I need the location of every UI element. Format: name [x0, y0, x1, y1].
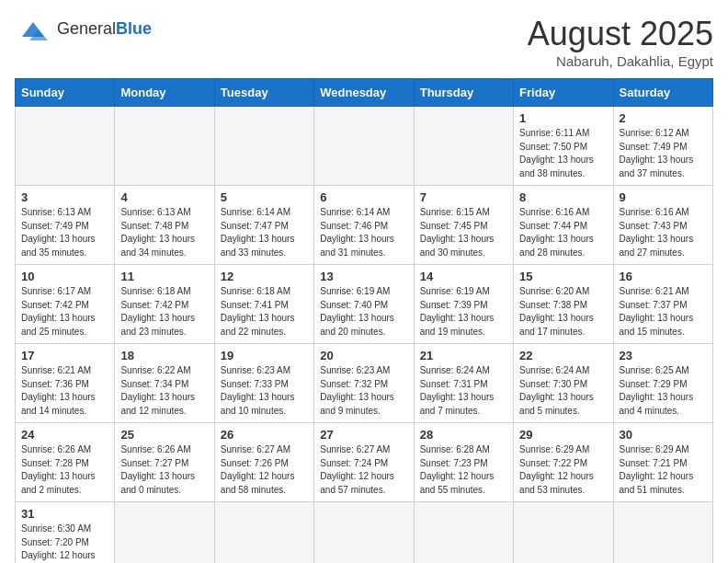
- day-cell: 14Sunrise: 6:19 AM Sunset: 7:39 PM Dayli…: [414, 265, 513, 344]
- week-row-5: 31Sunrise: 6:30 AM Sunset: 7:20 PM Dayli…: [16, 502, 713, 564]
- logo: GeneralBlue: [15, 15, 152, 44]
- day-cell: 1Sunrise: 6:11 AM Sunset: 7:50 PM Daylig…: [514, 107, 613, 186]
- day-number: 28: [420, 428, 507, 442]
- day-number: 7: [420, 190, 507, 204]
- weekday-header-friday: Friday: [514, 79, 613, 107]
- day-cell: [514, 502, 613, 564]
- day-info: Sunrise: 6:16 AM Sunset: 7:43 PM Dayligh…: [620, 206, 707, 259]
- day-info: Sunrise: 6:22 AM Sunset: 7:34 PM Dayligh…: [120, 364, 208, 418]
- day-cell: 18Sunrise: 6:22 AM Sunset: 7:34 PM Dayli…: [115, 344, 214, 423]
- week-row-4: 24Sunrise: 6:26 AM Sunset: 7:28 PM Dayli…: [16, 423, 713, 502]
- weekday-header-saturday: Saturday: [613, 79, 712, 107]
- day-cell: [314, 502, 414, 564]
- day-cell: 2Sunrise: 6:12 AM Sunset: 7:49 PM Daylig…: [613, 107, 712, 186]
- day-info: Sunrise: 6:12 AM Sunset: 7:49 PM Dayligh…: [620, 127, 707, 180]
- weekday-header-thursday: Thursday: [414, 79, 513, 107]
- day-cell: 5Sunrise: 6:14 AM Sunset: 7:47 PM Daylig…: [214, 186, 313, 265]
- day-cell: 24Sunrise: 6:26 AM Sunset: 7:28 PM Dayli…: [16, 423, 115, 502]
- month-title: August 2025: [528, 15, 713, 53]
- day-info: Sunrise: 6:21 AM Sunset: 7:36 PM Dayligh…: [21, 364, 108, 418]
- day-number: 14: [420, 270, 507, 283]
- logo-icon: [15, 15, 51, 44]
- day-info: Sunrise: 6:21 AM Sunset: 7:37 PM Dayligh…: [620, 285, 707, 339]
- day-info: Sunrise: 6:26 AM Sunset: 7:27 PM Dayligh…: [120, 443, 208, 497]
- day-number: 18: [120, 349, 208, 362]
- day-info: Sunrise: 6:24 AM Sunset: 7:31 PM Dayligh…: [420, 364, 507, 418]
- day-info: Sunrise: 6:13 AM Sunset: 7:49 PM Dayligh…: [21, 206, 108, 259]
- day-cell: 31Sunrise: 6:30 AM Sunset: 7:20 PM Dayli…: [16, 502, 115, 564]
- day-number: 16: [620, 270, 707, 283]
- day-cell: 28Sunrise: 6:28 AM Sunset: 7:23 PM Dayli…: [414, 423, 513, 502]
- day-number: 2: [620, 111, 707, 125]
- day-number: 21: [420, 349, 507, 362]
- day-info: Sunrise: 6:25 AM Sunset: 7:29 PM Dayligh…: [620, 364, 707, 418]
- day-number: 8: [519, 190, 607, 204]
- day-cell: 22Sunrise: 6:24 AM Sunset: 7:30 PM Dayli…: [514, 344, 613, 423]
- day-cell: 12Sunrise: 6:18 AM Sunset: 7:41 PM Dayli…: [214, 265, 313, 344]
- day-info: Sunrise: 6:14 AM Sunset: 7:46 PM Dayligh…: [320, 206, 407, 259]
- day-cell: 8Sunrise: 6:16 AM Sunset: 7:44 PM Daylig…: [514, 186, 613, 265]
- day-number: 27: [320, 428, 407, 442]
- day-number: 9: [620, 190, 707, 204]
- day-number: 3: [21, 190, 108, 204]
- day-info: Sunrise: 6:19 AM Sunset: 7:40 PM Dayligh…: [320, 285, 407, 339]
- day-number: 5: [221, 190, 308, 204]
- weekday-header-tuesday: Tuesday: [214, 79, 313, 107]
- day-info: Sunrise: 6:11 AM Sunset: 7:50 PM Dayligh…: [519, 127, 607, 180]
- week-row-3: 17Sunrise: 6:21 AM Sunset: 7:36 PM Dayli…: [16, 344, 713, 423]
- day-number: 19: [221, 349, 308, 362]
- day-number: 13: [320, 270, 407, 283]
- day-number: 23: [620, 349, 707, 362]
- day-cell: 21Sunrise: 6:24 AM Sunset: 7:31 PM Dayli…: [414, 344, 513, 423]
- day-cell: 17Sunrise: 6:21 AM Sunset: 7:36 PM Dayli…: [16, 344, 115, 423]
- day-number: 29: [519, 428, 607, 442]
- day-info: Sunrise: 6:17 AM Sunset: 7:42 PM Dayligh…: [21, 285, 108, 339]
- day-cell: [314, 107, 414, 186]
- day-number: 10: [21, 270, 108, 283]
- day-cell: 27Sunrise: 6:27 AM Sunset: 7:24 PM Dayli…: [314, 423, 414, 502]
- day-cell: 23Sunrise: 6:25 AM Sunset: 7:29 PM Dayli…: [613, 344, 712, 423]
- day-cell: 6Sunrise: 6:14 AM Sunset: 7:46 PM Daylig…: [314, 186, 414, 265]
- day-cell: 16Sunrise: 6:21 AM Sunset: 7:37 PM Dayli…: [613, 265, 712, 344]
- day-cell: 7Sunrise: 6:15 AM Sunset: 7:45 PM Daylig…: [414, 186, 513, 265]
- day-cell: [214, 502, 313, 564]
- day-cell: [414, 502, 513, 564]
- day-info: Sunrise: 6:20 AM Sunset: 7:38 PM Dayligh…: [519, 285, 607, 339]
- weekday-header-wednesday: Wednesday: [314, 79, 414, 107]
- day-info: Sunrise: 6:23 AM Sunset: 7:33 PM Dayligh…: [221, 364, 308, 418]
- day-cell: 11Sunrise: 6:18 AM Sunset: 7:42 PM Dayli…: [115, 265, 214, 344]
- day-number: 22: [519, 349, 607, 362]
- weekday-header-monday: Monday: [115, 79, 214, 107]
- week-row-2: 10Sunrise: 6:17 AM Sunset: 7:42 PM Dayli…: [16, 265, 713, 344]
- day-info: Sunrise: 6:23 AM Sunset: 7:32 PM Dayligh…: [320, 364, 407, 418]
- day-cell: 19Sunrise: 6:23 AM Sunset: 7:33 PM Dayli…: [214, 344, 313, 423]
- day-info: Sunrise: 6:16 AM Sunset: 7:44 PM Dayligh…: [519, 206, 607, 259]
- day-info: Sunrise: 6:24 AM Sunset: 7:30 PM Dayligh…: [519, 364, 607, 418]
- day-info: Sunrise: 6:28 AM Sunset: 7:23 PM Dayligh…: [420, 443, 507, 497]
- day-cell: 20Sunrise: 6:23 AM Sunset: 7:32 PM Dayli…: [314, 344, 414, 423]
- day-number: 31: [21, 507, 108, 521]
- day-number: 6: [320, 190, 407, 204]
- day-cell: 29Sunrise: 6:29 AM Sunset: 7:22 PM Dayli…: [514, 423, 613, 502]
- day-number: 25: [120, 428, 208, 442]
- day-cell: 13Sunrise: 6:19 AM Sunset: 7:40 PM Dayli…: [314, 265, 414, 344]
- day-info: Sunrise: 6:30 AM Sunset: 7:20 PM Dayligh…: [21, 523, 108, 563]
- day-cell: 15Sunrise: 6:20 AM Sunset: 7:38 PM Dayli…: [514, 265, 613, 344]
- day-cell: 10Sunrise: 6:17 AM Sunset: 7:42 PM Dayli…: [16, 265, 115, 344]
- day-cell: [214, 107, 313, 186]
- day-info: Sunrise: 6:14 AM Sunset: 7:47 PM Dayligh…: [221, 206, 308, 259]
- day-number: 30: [620, 428, 707, 442]
- day-number: 12: [221, 270, 308, 283]
- day-number: 24: [21, 428, 108, 442]
- day-info: Sunrise: 6:27 AM Sunset: 7:26 PM Dayligh…: [221, 443, 308, 497]
- title-area: August 2025 Nabaruh, Dakahlia, Egypt: [528, 15, 713, 69]
- day-cell: 4Sunrise: 6:13 AM Sunset: 7:48 PM Daylig…: [115, 186, 214, 265]
- week-row-0: 1Sunrise: 6:11 AM Sunset: 7:50 PM Daylig…: [16, 107, 713, 186]
- week-row-1: 3Sunrise: 6:13 AM Sunset: 7:49 PM Daylig…: [16, 186, 713, 265]
- header: GeneralBlue August 2025 Nabaruh, Dakahli…: [15, 15, 713, 69]
- day-cell: [16, 107, 115, 186]
- day-number: 4: [120, 190, 208, 204]
- day-cell: 26Sunrise: 6:27 AM Sunset: 7:26 PM Dayli…: [214, 423, 313, 502]
- day-info: Sunrise: 6:15 AM Sunset: 7:45 PM Dayligh…: [420, 206, 507, 259]
- day-cell: [414, 107, 513, 186]
